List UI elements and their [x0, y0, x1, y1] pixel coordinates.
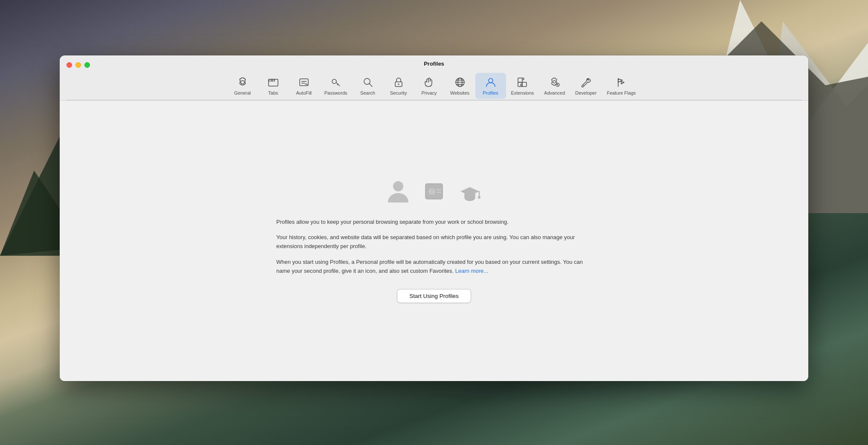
- svg-point-13: [398, 84, 399, 85]
- tab-autofill[interactable]: AutoFill: [289, 73, 319, 99]
- svg-rect-20: [518, 78, 522, 82]
- privacy-label: Privacy: [421, 90, 437, 95]
- passwords-label: Passwords: [324, 90, 347, 95]
- svg-point-23: [553, 81, 556, 83]
- tab-advanced[interactable]: Advanced: [539, 73, 570, 99]
- preferences-window: Profiles General: [60, 55, 808, 381]
- start-using-profiles-button[interactable]: Start Using Profiles: [397, 289, 471, 303]
- gear-icon: [236, 75, 249, 89]
- toolbar-separator: [67, 100, 801, 100]
- tabs-label: Tabs: [268, 90, 278, 95]
- security-label: Security: [390, 90, 407, 95]
- description-3-text: When you start using Profiles, a Persona…: [276, 259, 583, 274]
- description-1: Profiles allow you to keep your personal…: [276, 218, 592, 227]
- svg-point-36: [478, 196, 480, 199]
- tab-websites[interactable]: Websites: [445, 73, 475, 99]
- autofill-label: AutoFill: [296, 90, 312, 95]
- gear-advanced-icon: [548, 75, 561, 89]
- id-card-illustration-icon: [421, 179, 447, 204]
- svg-point-10: [364, 78, 370, 84]
- title-bar: Profiles General: [60, 55, 808, 101]
- window-title: Profiles: [424, 61, 444, 67]
- person-illustration-icon: [385, 179, 411, 204]
- tab-search[interactable]: Search: [353, 73, 383, 99]
- svg-line-11: [369, 84, 372, 87]
- tab-tabs[interactable]: Tabs: [258, 73, 289, 99]
- toolbar: General Tabs: [227, 71, 641, 99]
- traffic-lights: [67, 62, 90, 68]
- svg-point-32: [430, 188, 434, 192]
- graduation-illustration-icon: [457, 179, 483, 204]
- tabs-icon: [266, 75, 280, 89]
- flags-icon: [614, 75, 628, 89]
- extensions-label: Extensions: [511, 90, 534, 95]
- search-label: Search: [360, 90, 375, 95]
- description-container: Profiles allow you to keep your personal…: [276, 218, 592, 288]
- tab-passwords[interactable]: Passwords: [319, 73, 353, 99]
- general-label: General: [234, 90, 251, 95]
- tab-developer[interactable]: Developer: [570, 73, 602, 99]
- lock-icon: [392, 75, 405, 89]
- search-icon: [361, 75, 375, 89]
- websites-label: Websites: [450, 90, 469, 95]
- svg-point-9: [332, 79, 336, 84]
- tab-extensions[interactable]: Extensions: [506, 73, 539, 99]
- developer-label: Developer: [575, 90, 596, 95]
- tab-security[interactable]: Security: [383, 73, 414, 99]
- profiles-label: Profiles: [483, 90, 498, 95]
- description-3: When you start using Profiles, a Persona…: [276, 258, 592, 276]
- wrench-icon: [579, 75, 593, 89]
- maximize-button[interactable]: [84, 62, 90, 68]
- hand-icon: [422, 75, 436, 89]
- svg-point-28: [393, 181, 403, 191]
- tab-privacy[interactable]: Privacy: [414, 73, 445, 99]
- profiles-illustration: [385, 179, 483, 204]
- puzzle-icon: [515, 75, 529, 89]
- description-2: Your history, cookies, and website data …: [276, 233, 592, 251]
- learn-more-link[interactable]: Learn more...: [455, 268, 488, 274]
- svg-point-19: [489, 78, 493, 83]
- autofill-icon: [297, 75, 311, 89]
- key-icon: [329, 75, 343, 89]
- advanced-label: Advanced: [544, 90, 565, 95]
- svg-rect-5: [269, 79, 278, 86]
- tab-feature-flags[interactable]: Feature Flags: [602, 73, 641, 99]
- feature-flags-label: Feature Flags: [607, 90, 636, 95]
- person-icon: [484, 75, 498, 89]
- globe-icon: [453, 75, 467, 89]
- minimize-button[interactable]: [75, 62, 81, 68]
- tab-profiles[interactable]: Profiles: [475, 73, 506, 99]
- close-button[interactable]: [67, 62, 72, 68]
- svg-rect-21: [522, 82, 527, 87]
- main-content: Profiles allow you to keep your personal…: [60, 101, 808, 381]
- tab-general[interactable]: General: [227, 73, 258, 99]
